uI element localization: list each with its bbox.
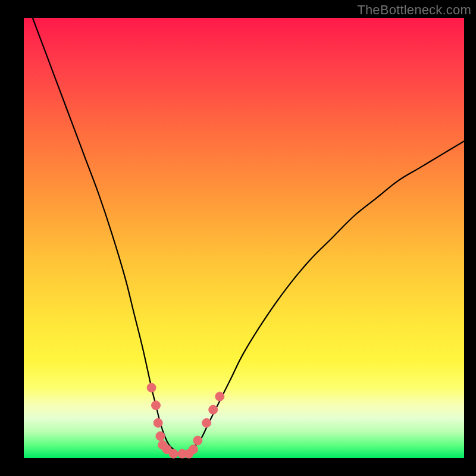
- curve-marker: [189, 445, 198, 454]
- curve-marker: [215, 392, 224, 401]
- curve-marker: [209, 405, 218, 414]
- plot-area: [24, 18, 464, 458]
- curve-marker: [147, 383, 156, 392]
- curve-markers: [147, 383, 224, 458]
- curve-svg: [24, 18, 464, 458]
- bottleneck-curve: [33, 18, 464, 454]
- watermark-text: TheBottleneck.com: [357, 2, 471, 18]
- curve-marker: [202, 418, 211, 427]
- chart-frame: TheBottleneck.com: [0, 0, 476, 476]
- curve-marker: [152, 401, 161, 410]
- curve-marker: [169, 449, 178, 458]
- curve-marker: [193, 436, 202, 445]
- curve-marker: [156, 432, 165, 441]
- curve-marker: [154, 418, 162, 427]
